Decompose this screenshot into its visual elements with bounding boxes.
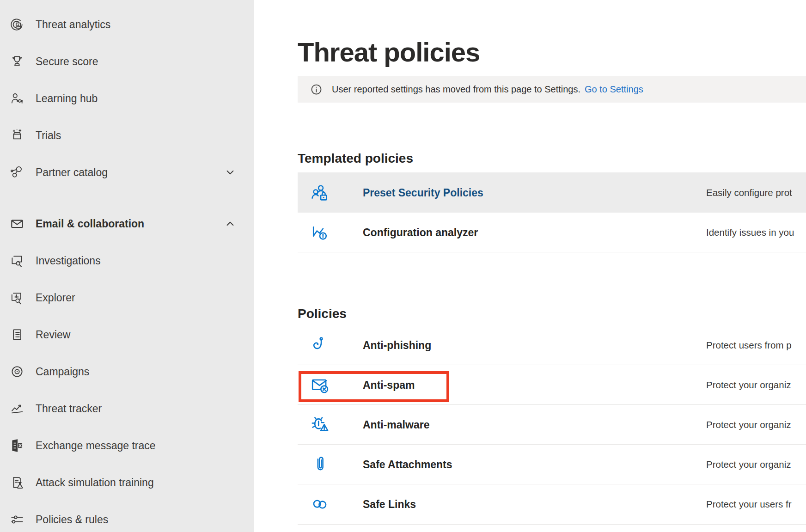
row-title: Anti-malware [363, 418, 429, 431]
trials-icon [9, 128, 25, 143]
app-root: Threat analytics Secure score [0, 0, 806, 532]
sidebar-item-label: Review [36, 329, 70, 341]
safe-links-icon [310, 494, 330, 514]
sidebar-item-trials[interactable]: Trials [0, 117, 254, 154]
row-preset-security-policies[interactable]: Preset Security Policies Easily configur… [298, 172, 806, 213]
campaigns-icon [9, 364, 25, 379]
chevron-down-icon [224, 166, 236, 178]
page-title: Threat policies [298, 37, 480, 67]
row-title: Preset Security Policies [363, 186, 483, 199]
sidebar-item-label: Investigations [36, 255, 101, 267]
sidebar-item-email-collaboration[interactable]: Email & collaboration [0, 205, 254, 242]
row-title: Anti-phishing [363, 339, 431, 351]
policies-rules-icon [9, 512, 25, 527]
row-description: Identify issues in you [706, 227, 794, 238]
email-icon [9, 216, 25, 232]
section-heading-templated-policies: Templated policies [298, 151, 413, 166]
row-description: Easily configure prot [706, 187, 792, 198]
configuration-analyzer-icon [310, 222, 330, 243]
sidebar-item-exchange-message-trace[interactable]: Exchange message trace [0, 427, 254, 464]
sidebar-item-label: Explorer [36, 292, 75, 304]
row-description: Protect your organiz [706, 419, 791, 430]
banner-text: User reported settings has moved from th… [332, 84, 580, 95]
sidebar-item-threat-tracker[interactable]: Threat tracker [0, 390, 254, 427]
sidebar-item-label: Partner catalog [36, 166, 108, 179]
row-configuration-analyzer[interactable]: Configuration analyzer Identify issues i… [298, 213, 806, 252]
sidebar-item-attack-simulation-training[interactable]: Attack simulation training [0, 464, 254, 501]
sidebar-item-policies-rules[interactable]: Policies & rules [0, 501, 254, 532]
sidebar-item-threat-analytics[interactable]: Threat analytics [0, 6, 254, 43]
sidebar-item-label: Attack simulation training [36, 477, 154, 489]
row-anti-phishing[interactable]: Anti-phishing Protect users from p [298, 325, 806, 365]
threat-analytics-icon [9, 17, 25, 32]
row-safe-attachments[interactable]: Safe Attachments Protect your organiz [298, 445, 806, 484]
attack-simulation-icon [9, 475, 25, 490]
preset-security-icon [310, 183, 330, 203]
learning-hub-icon [9, 91, 25, 106]
row-description: Protect your organiz [706, 459, 791, 470]
sidebar-item-investigations[interactable]: Investigations [0, 242, 254, 279]
sidebar: Threat analytics Secure score [0, 0, 254, 532]
anti-malware-icon [310, 415, 330, 435]
row-title: Safe Attachments [363, 458, 452, 471]
investigations-icon [9, 253, 25, 269]
go-to-settings-link[interactable]: Go to Settings [585, 84, 643, 95]
partner-catalog-icon [9, 165, 25, 180]
sidebar-item-partner-catalog[interactable]: Partner catalog [0, 154, 254, 191]
secure-score-icon [9, 54, 25, 69]
anti-phishing-icon [310, 335, 330, 355]
exchange-icon [9, 438, 25, 453]
review-icon [9, 327, 25, 342]
info-banner: User reported settings has moved from th… [298, 76, 806, 103]
sidebar-item-explorer[interactable]: Explorer [0, 279, 254, 316]
sidebar-item-label: Exchange message trace [36, 440, 156, 452]
sidebar-item-label: Threat tracker [36, 403, 102, 415]
sidebar-nav: Threat analytics Secure score [0, 0, 254, 532]
row-description: Protect your organiz [706, 379, 791, 391]
sidebar-item-label: Email & collaboration [36, 218, 144, 230]
row-description: Protect your users fr [706, 499, 792, 510]
row-title: Configuration analyzer [363, 226, 478, 238]
anti-spam-icon [310, 375, 330, 395]
sidebar-divider [7, 199, 239, 199]
row-title: Anti-spam [363, 379, 415, 391]
sidebar-item-label: Learning hub [36, 92, 98, 105]
sidebar-item-label: Threat analytics [36, 18, 110, 31]
row-title: Safe Links [363, 498, 416, 511]
section-heading-policies: Policies [298, 306, 347, 321]
sidebar-item-label: Trials [36, 129, 61, 142]
row-anti-spam[interactable]: Anti-spam Protect your organiz [298, 365, 806, 405]
sidebar-item-learning-hub[interactable]: Learning hub [0, 80, 254, 117]
info-icon [310, 83, 323, 96]
sidebar-item-label: Secure score [36, 55, 98, 68]
explorer-icon [9, 290, 25, 306]
sidebar-item-label: Policies & rules [36, 514, 108, 526]
sidebar-item-review[interactable]: Review [0, 316, 254, 353]
sidebar-item-label: Campaigns [36, 366, 89, 378]
chevron-up-icon [224, 218, 236, 230]
row-description: Protect users from p [706, 340, 792, 351]
threat-tracker-icon [9, 401, 25, 416]
row-safe-links[interactable]: Safe Links Protect your users fr [298, 484, 806, 525]
row-anti-malware[interactable]: Anti-malware Protect your organiz [298, 405, 806, 445]
sidebar-item-secure-score[interactable]: Secure score [0, 43, 254, 80]
safe-attachments-icon [310, 454, 330, 475]
sidebar-item-campaigns[interactable]: Campaigns [0, 353, 254, 390]
